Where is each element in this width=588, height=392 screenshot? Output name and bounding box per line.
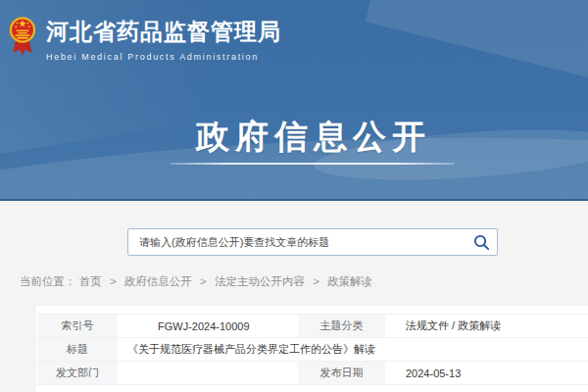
national-emblem-icon	[8, 14, 37, 57]
field-label-issuing-department: 发文部门	[37, 362, 119, 385]
breadcrumb-separator: >	[110, 275, 117, 287]
document-meta-panel: 索引号 FGWJ-2024-10009 主题分类 法规文件 / 政策解读 标题 …	[36, 306, 588, 392]
breadcrumb-separator: >	[200, 275, 207, 287]
breadcrumb-separator: >	[313, 275, 319, 287]
breadcrumb-item-home[interactable]: 首页	[79, 275, 102, 287]
field-label-topic-category: 主题分类	[298, 315, 386, 338]
banner-underline	[171, 163, 455, 165]
field-value-issuing-department	[119, 362, 298, 385]
org-name-en: Hebei Medical Products Administration	[46, 52, 281, 62]
field-label-index-number: 索引号	[37, 315, 119, 338]
table-row: 标题 《关于规范医疗器械产品分类界定工作的公告》解读	[37, 338, 588, 362]
site-logo-text: 河北省药品监督管理局 Hebei Medical Products Admini…	[46, 12, 281, 62]
breadcrumb: 当前位置： 首页 > 政府信息公开 > 法定主动公开内容 > 政策解读	[20, 274, 588, 289]
document-meta-table: 索引号 FGWJ-2024-10009 主题分类 法规文件 / 政策解读 标题 …	[36, 314, 588, 385]
main-content: 当前位置： 首页 > 政府信息公开 > 法定主动公开内容 > 政策解读 索引号 …	[0, 228, 588, 392]
field-value-topic-category: 法规文件 / 政策解读	[386, 315, 588, 338]
search-bar	[127, 228, 498, 256]
org-name-zh: 河北省药品监督管理局	[46, 17, 281, 47]
field-value-publish-date: 2024-05-13	[386, 362, 588, 385]
breadcrumb-item-policy-interpretation[interactable]: 政策解读	[327, 275, 372, 287]
banner-wave-decoration	[365, 0, 588, 93]
site-header: 河北省药品监督管理局 Hebei Medical Products Admini…	[0, 0, 588, 201]
field-value-title: 《关于规范医疗器械产品分类界定工作的公告》解读	[119, 338, 588, 362]
table-row: 索引号 FGWJ-2024-10009 主题分类 法规文件 / 政策解读	[37, 315, 588, 338]
site-logo[interactable]: 河北省药品监督管理局 Hebei Medical Products Admini…	[8, 12, 281, 62]
field-label-title: 标题	[37, 338, 119, 362]
search-icon	[473, 234, 490, 251]
breadcrumb-item-legal-disclosure[interactable]: 法定主动公开内容	[215, 275, 305, 287]
table-row: 发文部门 发布日期 2024-05-13	[37, 362, 588, 385]
breadcrumb-label: 当前位置：	[20, 275, 76, 287]
field-label-publish-date: 发布日期	[298, 362, 386, 385]
search-button[interactable]	[466, 229, 497, 255]
breadcrumb-item-gov-info[interactable]: 政府信息公开	[124, 275, 192, 287]
search-input[interactable]	[128, 229, 466, 255]
field-value-index-number: FGWJ-2024-10009	[119, 315, 298, 338]
page-banner-title: 政府信息公开	[39, 115, 588, 160]
